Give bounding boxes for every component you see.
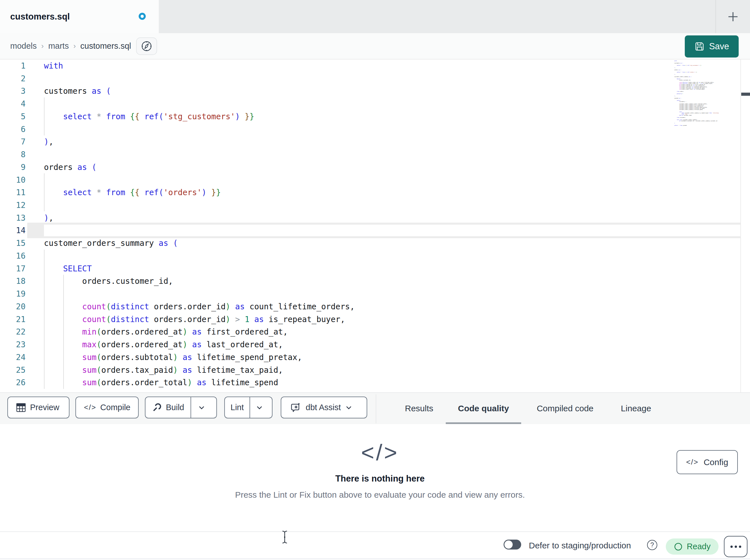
empty-state-subtitle: Press the Lint or Fix button above to ev…	[0, 490, 750, 500]
code-editor[interactable]: 1with23customers as (45 select * from {{…	[0, 60, 750, 392]
save-button[interactable]: Save	[685, 36, 739, 58]
ide-status-badge[interactable]: Ready	[666, 538, 718, 555]
preview-button[interactable]: Preview	[7, 397, 70, 418]
ide-status-label: Ready	[687, 542, 711, 551]
compile-button[interactable]: </> Compile	[75, 397, 139, 418]
more-options-button[interactable]	[724, 536, 747, 557]
build-dropdown-button[interactable]	[191, 397, 212, 418]
dbt-ide-window: customers.sql models › marts › customers…	[0, 0, 750, 560]
breadcrumb-models[interactable]: models	[10, 41, 37, 51]
lint-button-label: Lint	[231, 403, 244, 412]
compile-button-label: Compile	[100, 403, 131, 412]
dbt-assist-button[interactable]: dbt Assist	[281, 397, 367, 418]
lint-button[interactable]: Lint	[225, 397, 250, 418]
tab-customers-sql[interactable]: customers.sql	[0, 0, 159, 33]
tab-results[interactable]: Results	[399, 393, 439, 424]
window-bottom-edge	[0, 559, 750, 559]
lint-dropdown-button[interactable]	[250, 397, 269, 418]
chevron-down-icon	[256, 404, 263, 411]
code-icon: </>	[84, 403, 96, 412]
ellipsis-icon	[730, 545, 733, 548]
chevron-down-icon	[345, 404, 353, 411]
breadcrumb-separator: ›	[41, 42, 44, 50]
defer-toggle[interactable]	[504, 540, 521, 549]
explore-lineage-button[interactable]	[136, 37, 157, 55]
config-button[interactable]: </> Config	[676, 450, 738, 474]
save-floppy-icon	[694, 41, 705, 51]
compass-icon	[140, 40, 153, 53]
unsaved-changes-indicator	[139, 13, 146, 20]
chevron-down-icon	[198, 404, 205, 411]
code-brackets-icon: </>	[0, 440, 750, 466]
help-icon[interactable]: ?	[647, 540, 657, 550]
lint-split-button: Lint	[224, 397, 273, 418]
preview-button-label: Preview	[30, 403, 59, 412]
tab-bar-filler	[159, 0, 715, 34]
build-button[interactable]: Build	[145, 397, 191, 418]
toolbar-tabs-divider	[376, 394, 376, 423]
table-icon	[16, 403, 26, 412]
new-tab-button[interactable]	[715, 0, 750, 34]
tab-compiled-code[interactable]: Compiled code	[530, 393, 600, 424]
panel-toolbar: Preview </> Compile Build	[0, 392, 750, 424]
save-button-label: Save	[709, 41, 729, 51]
toggle-knob	[505, 540, 513, 549]
empty-state: </> There is nothing here Press the Lint…	[0, 424, 750, 500]
breadcrumb-row: models › marts › customers.sql Save	[0, 33, 750, 60]
breadcrumb: models › marts › customers.sql	[10, 41, 131, 51]
overview-ruler-mark	[741, 92, 750, 96]
tab-title: customers.sql	[10, 12, 70, 22]
config-button-label: Config	[704, 457, 728, 467]
editor-right-border	[741, 60, 741, 392]
build-split-button: Build	[145, 397, 217, 418]
breadcrumb-marts[interactable]: marts	[48, 41, 69, 51]
defer-label: Defer to staging/production	[529, 532, 631, 559]
text-cursor-pointer	[280, 530, 290, 544]
editor-tab-bar: customers.sql	[0, 0, 750, 33]
build-button-label: Build	[166, 403, 184, 412]
plus-icon	[727, 11, 739, 23]
breadcrumb-current-file: customers.sql	[80, 41, 131, 51]
assist-chat-sparkle-icon	[290, 402, 302, 413]
tab-lineage[interactable]: Lineage	[610, 393, 662, 424]
dbt-assist-label: dbt Assist	[306, 403, 341, 412]
breadcrumb-separator: ›	[74, 42, 76, 50]
code-quality-panel: </> There is nothing here Press the Lint…	[0, 424, 750, 532]
empty-state-title: There is nothing here	[0, 474, 750, 484]
ready-circle-icon	[674, 542, 683, 551]
code-icon: </>	[686, 458, 699, 466]
status-bar: Defer to staging/production ? Ready	[0, 532, 750, 560]
wrench-icon	[152, 402, 162, 413]
tab-code-quality[interactable]: Code quality	[446, 393, 521, 424]
editor-minimap[interactable]: withcustomers as ( select * from {{ ref(…	[674, 60, 738, 126]
